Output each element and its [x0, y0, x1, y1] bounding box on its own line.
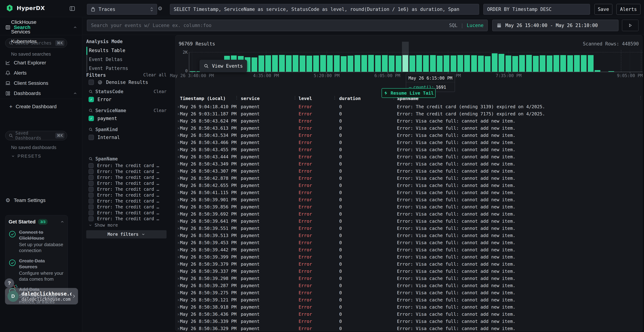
histogram-bar[interactable] — [574, 55, 580, 72]
histogram-slot[interactable] — [519, 52, 526, 72]
histogram-bar[interactable] — [492, 53, 498, 72]
row-expand-chevron-icon[interactable]: › — [177, 197, 180, 202]
get-started-item[interactable]: Connect to ClickHouse Set up your databa… — [8, 229, 64, 253]
histogram-slot[interactable] — [498, 52, 505, 72]
presets-toggle[interactable]: PRESETS — [0, 154, 82, 159]
search-icon[interactable] — [88, 127, 93, 132]
table-row[interactable]: › May 26 8:50:43.349 PM payment Error 0 … — [176, 160, 643, 168]
histogram-bar[interactable] — [519, 55, 525, 72]
search-icon[interactable] — [88, 157, 93, 161]
row-expand-chevron-icon[interactable]: › — [177, 111, 180, 116]
histogram-slot[interactable] — [416, 52, 423, 72]
table-row[interactable]: › May 26 8:50:43.613 PM payment Error 0 … — [176, 124, 643, 132]
histogram-bar[interactable] — [286, 55, 292, 72]
table-row[interactable]: › May 26 8:50:39.641 PM payment Error 0 … — [176, 218, 643, 225]
table-row[interactable]: › May 26 9:04:18.410 PM payment Error 0 … — [176, 103, 643, 110]
histogram-bar[interactable] — [416, 55, 422, 72]
row-expand-chevron-icon[interactable]: › — [177, 297, 180, 302]
chevron-up-icon[interactable] — [60, 220, 64, 224]
histogram-bar[interactable] — [567, 55, 573, 72]
histogram-slot[interactable] — [512, 52, 519, 72]
row-expand-chevron-icon[interactable]: › — [177, 283, 180, 288]
table-row[interactable]: › May 26 8:50:41.115 PM payment Error 0 … — [176, 189, 643, 196]
histogram-bar[interactable] — [334, 55, 340, 72]
create-dashboard-button[interactable]: + Create Dashboard — [0, 104, 82, 110]
histogram-bar[interactable] — [450, 56, 456, 72]
histogram-bar[interactable] — [581, 55, 586, 72]
histogram-bar[interactable] — [410, 56, 415, 72]
filter-checkbox-row[interactable]: Error: The credit card … — [88, 192, 167, 198]
run-query-button[interactable] — [622, 20, 638, 31]
sidebar-item-client-sessions[interactable]: Client Sessions — [0, 80, 82, 86]
histogram-slot[interactable] — [615, 52, 622, 72]
saved-searches-input[interactable]: Saved Searches ⌘K — [5, 38, 67, 48]
histogram-slot[interactable] — [293, 52, 300, 72]
histogram-slot[interactable] — [306, 52, 313, 72]
table-row[interactable]: › May 26 8:50:39.442 PM payment Error 0 … — [176, 246, 643, 253]
row-expand-chevron-icon[interactable]: › — [177, 212, 180, 216]
histogram-bar[interactable] — [560, 55, 566, 72]
histogram-slot[interactable] — [588, 52, 595, 72]
table-row[interactable]: › May 26 8:50:43.466 PM payment Error 0 … — [176, 139, 643, 146]
histogram-bar[interactable] — [533, 56, 539, 72]
histogram-bar[interactable] — [595, 70, 600, 72]
column-header[interactable]: service — [241, 96, 260, 101]
row-expand-chevron-icon[interactable]: › — [177, 326, 180, 331]
mode-lucene-toggle[interactable]: Lucene — [467, 23, 484, 28]
row-expand-chevron-icon[interactable]: › — [177, 154, 180, 160]
checkbox[interactable] — [88, 198, 94, 204]
table-row[interactable]: › May 26 8:50:36.436 PM payment Error 0 … — [176, 310, 643, 318]
table-row[interactable]: › May 26 8:50:39.337 PM payment Error 0 … — [176, 268, 643, 275]
column-resize-handle[interactable]: ⋮ — [332, 95, 336, 100]
search-input[interactable]: Search your events w/ Lucene ex. column:… — [87, 20, 488, 31]
table-row[interactable]: › May 26 8:50:43.307 PM payment Error 0 … — [176, 168, 643, 174]
user-account-chip[interactable]: D dale@clickhouse.com dale@clickhouse.co… — [5, 288, 78, 304]
row-expand-chevron-icon[interactable]: › — [177, 126, 180, 131]
histogram-bar[interactable] — [300, 56, 305, 72]
search-icon[interactable] — [88, 90, 93, 94]
table-row[interactable]: › May 26 8:50:43.624 PM payment Error 0 … — [176, 117, 643, 124]
row-expand-chevron-icon[interactable]: › — [177, 118, 180, 124]
row-expand-chevron-icon[interactable]: › — [177, 226, 180, 231]
histogram-slot[interactable] — [506, 52, 512, 72]
table-row[interactable]: › May 26 8:50:39.551 PM payment Error 0 … — [176, 225, 643, 232]
histogram-slot[interactable] — [361, 52, 368, 72]
histogram-bar[interactable] — [341, 56, 346, 72]
histogram-slot[interactable] — [478, 52, 485, 72]
denoise-results-toggle[interactable]: Denoise Results — [88, 80, 148, 85]
row-expand-chevron-icon[interactable]: › — [177, 247, 180, 252]
filter-clear-button[interactable]: Clear — [154, 89, 166, 94]
histogram-slot[interactable] — [595, 52, 602, 72]
checkbox[interactable] — [88, 181, 94, 186]
table-row[interactable]: › May 26 8:50:39.298 PM payment Error 0 … — [176, 275, 643, 282]
resume-live-tail-button[interactable]: Resume Live Tail — [382, 88, 436, 98]
row-expand-chevron-icon[interactable]: › — [177, 319, 180, 324]
filter-checkbox-row[interactable]: ✓payment — [88, 115, 117, 122]
histogram-bar[interactable] — [265, 55, 271, 72]
histogram-slot[interactable] — [540, 52, 546, 72]
histogram-bar[interactable] — [348, 56, 353, 72]
column-resize-handle[interactable]: ⋮ — [234, 95, 238, 100]
search-icon[interactable] — [88, 108, 93, 113]
row-expand-chevron-icon[interactable]: › — [177, 304, 180, 310]
histogram-slot[interactable] — [348, 52, 354, 72]
histogram-slot[interactable] — [279, 52, 286, 72]
histogram-bar[interactable] — [402, 55, 408, 72]
histogram-bar[interactable] — [437, 56, 442, 72]
histogram-slot[interactable] — [265, 52, 272, 72]
row-expand-chevron-icon[interactable]: › — [177, 312, 180, 317]
histogram-slot[interactable] — [272, 52, 279, 72]
checkbox[interactable] — [88, 204, 94, 210]
histogram-bar[interactable] — [361, 55, 367, 72]
analysis-mode-option[interactable]: Results Table — [82, 46, 168, 55]
histogram-bar[interactable] — [354, 55, 360, 72]
histogram-slot[interactable] — [560, 52, 567, 72]
histogram-slot[interactable] — [636, 52, 642, 72]
histogram-slot[interactable] — [375, 52, 382, 72]
table-row[interactable]: › May 26 8:50:39.287 PM payment Error 0 … — [176, 282, 643, 289]
sidebar-item-alerts[interactable]: Alerts — [0, 70, 82, 76]
histogram-slot[interactable] — [300, 52, 306, 72]
histogram-bar[interactable] — [485, 56, 490, 72]
histogram-slot[interactable] — [286, 52, 293, 72]
histogram-slot[interactable] — [485, 52, 492, 72]
